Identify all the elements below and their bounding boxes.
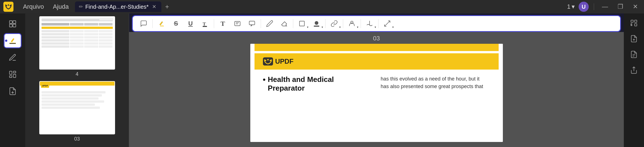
pdf-header: UPDF xyxy=(255,53,499,70)
svg-rect-7 xyxy=(13,24,16,27)
page-nav-chevron: ▾ xyxy=(572,3,575,10)
maximize-button[interactable]: ❐ xyxy=(615,2,626,12)
health-medical-title: Health and Medical xyxy=(268,75,334,84)
ocr-button[interactable] xyxy=(626,16,641,30)
sidebar-highlight[interactable] xyxy=(4,33,22,48)
signature-button[interactable]: ▾ xyxy=(363,17,377,30)
tab-edit-icon: ✏ xyxy=(79,4,83,10)
svg-rect-0 xyxy=(3,2,13,12)
link-dropdown-arrow: ▾ xyxy=(339,26,341,29)
menu-ajuda[interactable]: Ajuda xyxy=(49,1,73,12)
user-avatar[interactable]: U xyxy=(579,2,589,12)
page-nav[interactable]: 1 ▾ xyxy=(567,3,575,10)
file-info-button[interactable] xyxy=(626,32,641,45)
svg-rect-5 xyxy=(13,21,16,24)
eraser-button[interactable] xyxy=(277,17,291,30)
shape-dropdown-arrow: ▾ xyxy=(307,26,308,29)
svg-rect-22 xyxy=(314,26,319,27)
link-button[interactable]: ▾ xyxy=(327,17,341,30)
new-tab-button[interactable]: + xyxy=(162,2,172,12)
svg-rect-8 xyxy=(10,43,16,44)
svg-rect-9 xyxy=(10,71,12,74)
sep3 xyxy=(261,19,261,28)
thumbnail-item-2[interactable]: UPDF 03 xyxy=(39,81,115,142)
toolbar-and-content: S U T T xyxy=(129,13,624,147)
text-color-button[interactable]: T xyxy=(198,17,212,30)
title-bar-right: 1 ▾ U — ❐ ✕ xyxy=(567,2,641,12)
svg-rect-15 xyxy=(203,26,207,27)
pdf-content[interactable]: 03 UPDF xyxy=(129,32,624,147)
fill-color-button[interactable]: ▾ xyxy=(310,17,324,30)
thumbnail-preview[interactable] xyxy=(39,16,115,70)
right-sidebar xyxy=(624,13,644,147)
close-button[interactable]: ✕ xyxy=(630,2,641,12)
svg-rect-20 xyxy=(299,21,304,26)
pdf-text-line1: has this evolved as a need of the hour, … xyxy=(381,75,490,83)
menu-items: Arquivo Ajuda xyxy=(19,1,73,12)
sep6 xyxy=(343,19,343,28)
svg-point-1 xyxy=(6,5,7,6)
signature-dropdown-arrow: ▾ xyxy=(375,26,376,29)
titlebar-separator xyxy=(594,3,594,10)
pdf-bullet-title: • Health and Medical Preparator xyxy=(263,75,372,93)
highlight-button[interactable] xyxy=(154,17,168,30)
annotation-toolbar: S U T T xyxy=(132,15,621,32)
svg-point-3 xyxy=(10,5,11,6)
main-area: 4 UPDF 03 xyxy=(0,13,644,147)
svg-rect-10 xyxy=(13,71,16,73)
svg-line-24 xyxy=(384,21,390,26)
sep2 xyxy=(214,19,214,28)
svg-rect-34 xyxy=(634,20,637,22)
thumbnail-page-label: 4 xyxy=(75,71,78,77)
minimize-button[interactable]: — xyxy=(599,2,611,12)
svg-point-32 xyxy=(270,60,271,61)
tab-bar: ✏ Find-and-Ap...er-Studies* ✕ + xyxy=(75,1,565,12)
pdf-yellow-bar xyxy=(255,44,499,51)
pdf-body-right: has this evolved as a need of the hour, … xyxy=(381,75,490,93)
textbox-button[interactable] xyxy=(230,17,244,30)
sep7 xyxy=(361,19,361,28)
sidebar-organize[interactable] xyxy=(4,67,22,82)
measure-button[interactable]: ▾ xyxy=(380,17,394,30)
bold-text-button[interactable]: T xyxy=(216,17,230,30)
active-indicator xyxy=(5,40,7,42)
svg-rect-19 xyxy=(249,21,255,25)
stamp-button[interactable]: ▾ xyxy=(345,17,359,30)
pdf-page: UPDF • Health and Medical Preparator xyxy=(250,44,503,142)
share-button[interactable] xyxy=(626,63,641,77)
page-number-display: 03 xyxy=(373,35,380,42)
svg-rect-16 xyxy=(235,21,240,26)
pdf-updf-logo: UPDF xyxy=(263,57,294,66)
thumbnail-preview-2[interactable]: UPDF xyxy=(39,81,115,134)
bullet-content: Health and Medical Preparator xyxy=(268,75,334,93)
tab-label: Find-and-Ap...er-Studies* xyxy=(85,4,149,10)
thumbnail-panel: 4 UPDF 03 xyxy=(25,13,129,147)
tab-close-button[interactable]: ✕ xyxy=(151,3,157,10)
sep8 xyxy=(378,19,379,28)
title-bar: Arquivo Ajuda ✏ Find-and-Ap...er-Studies… xyxy=(0,0,644,13)
fill-dropdown-arrow: ▾ xyxy=(322,26,323,29)
pdf-body: • Health and Medical Preparator has this… xyxy=(255,70,499,98)
file-props-button[interactable] xyxy=(626,48,641,61)
comment-button[interactable] xyxy=(137,17,151,30)
pdf-updf-text: UPDF xyxy=(275,58,294,65)
underline-button[interactable]: U xyxy=(184,17,198,30)
menu-arquivo[interactable]: Arquivo xyxy=(19,1,48,12)
callout-button[interactable] xyxy=(245,17,259,30)
sidebar-edit[interactable] xyxy=(4,50,22,65)
strikethrough-button[interactable]: S xyxy=(169,17,183,30)
thumbnail-item[interactable]: 4 xyxy=(39,16,115,77)
svg-point-30 xyxy=(265,60,266,61)
stamp-dropdown-arrow: ▾ xyxy=(357,26,358,29)
bullet-point: • xyxy=(263,76,266,84)
page-number: 1 xyxy=(567,3,570,10)
active-tab[interactable]: ✏ Find-and-Ap...er-Studies* ✕ xyxy=(75,1,161,12)
sep4 xyxy=(293,19,293,28)
sidebar-thumbnails[interactable] xyxy=(4,16,22,31)
shape-button[interactable]: ▾ xyxy=(295,17,309,30)
pdf-text-line2: has also presented some great prospects … xyxy=(381,83,490,90)
svg-rect-33 xyxy=(631,20,633,22)
sidebar-export[interactable] xyxy=(4,84,22,99)
pencil-button[interactable] xyxy=(263,17,277,30)
pdf-body-left: • Health and Medical Preparator xyxy=(263,75,372,93)
